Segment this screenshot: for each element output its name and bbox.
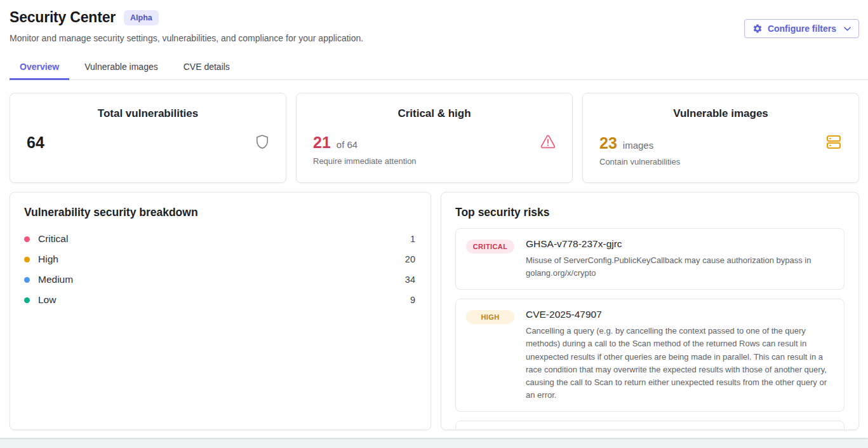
stat-card-vulnerable-images: Vulnerable images 23 images Contain vuln… xyxy=(582,93,859,183)
stat-card-title: Vulnerable images xyxy=(599,107,842,120)
breakdown-value: 9 xyxy=(410,295,415,305)
configure-filters-label: Configure filters xyxy=(768,24,836,34)
breakdown-row-high: High 20 xyxy=(24,249,415,269)
security-center-page: Security Center Alpha Configure filters … xyxy=(0,0,868,438)
vulnerability-breakdown-panel: Vulnerability security breakdown Critica… xyxy=(10,192,431,430)
critical-high-value: 21 xyxy=(313,133,331,152)
low-dot-icon xyxy=(24,297,30,303)
configure-filters-button[interactable]: Configure filters xyxy=(744,19,859,38)
risks-panel-title: Top security risks xyxy=(455,206,845,219)
breakdown-label: Critical xyxy=(38,233,410,245)
risk-item-cve-2025-47907[interactable]: HIGH CVE-2025-47907 Cancelling a query (… xyxy=(455,299,845,412)
risk-description: Cancelling a query (e.g. by cancelling t… xyxy=(526,325,834,402)
page-title: Security Center xyxy=(10,9,116,26)
risk-item-ghsa-v778[interactable]: CRITICAL GHSA-v778-237x-gjrc Misuse of S… xyxy=(455,228,845,290)
breakdown-row-low: Low 9 xyxy=(24,290,415,310)
stat-subtext: Contain vulnerabilities xyxy=(599,157,842,166)
severity-badge-critical: CRITICAL xyxy=(466,240,514,254)
header: Security Center Alpha xyxy=(10,9,859,26)
critical-dot-icon xyxy=(24,236,30,242)
tab-overview[interactable]: Overview xyxy=(10,56,69,80)
server-stack-icon xyxy=(825,133,842,153)
medium-dot-icon xyxy=(24,277,30,283)
stat-card-total-vulnerabilities: Total vulnerabilities 64 xyxy=(10,93,286,183)
alpha-badge: Alpha xyxy=(124,10,159,25)
stat-suffix: images xyxy=(623,140,653,151)
warning-triangle-icon xyxy=(540,135,556,151)
breakdown-panel-title: Vulnerability security breakdown xyxy=(24,206,417,219)
shield-icon xyxy=(255,134,269,152)
risk-id: GHSA-v778-237x-gjrc xyxy=(526,238,834,250)
panels-row: Vulnerability security breakdown Critica… xyxy=(10,192,859,430)
page-subtitle: Monitor and manage security settings, vu… xyxy=(10,33,859,43)
stat-suffix: of 64 xyxy=(337,139,357,150)
breakdown-list: Critical 1 High 20 Medium 34 Low 9 xyxy=(24,229,417,310)
breakdown-row-critical: Critical 1 xyxy=(24,229,415,249)
vulnerable-images-value: 23 xyxy=(599,134,617,153)
breakdown-label: Low xyxy=(38,294,410,306)
breakdown-row-medium: Medium 34 xyxy=(24,269,415,290)
stat-subtext: Require immediate attention xyxy=(313,156,556,166)
severity-badge-high: HIGH xyxy=(466,310,514,324)
breakdown-label: Medium xyxy=(38,274,405,285)
tab-cve-details[interactable]: CVE details xyxy=(173,56,240,80)
stat-card-title: Critical & high xyxy=(313,107,556,120)
high-dot-icon xyxy=(24,257,30,262)
tab-vulnerable-images[interactable]: Vulnerable images xyxy=(74,56,168,80)
breakdown-value: 1 xyxy=(410,234,415,244)
breakdown-value: 20 xyxy=(405,254,415,264)
chevron-down-icon xyxy=(844,27,851,31)
tab-bar: Overview Vulnerable images CVE details xyxy=(10,56,868,80)
breakdown-value: 34 xyxy=(405,275,415,285)
risk-description: Misuse of ServerConfig.PublicKeyCallback… xyxy=(526,254,834,280)
breakdown-label: High xyxy=(38,254,405,265)
risk-list: CRITICAL GHSA-v778-237x-gjrc Misuse of S… xyxy=(455,228,845,430)
stat-cards-row: Total vulnerabilities 64 Critical & high… xyxy=(10,93,859,183)
stat-card-critical-high: Critical & high 21 of 64 Require immedia… xyxy=(296,93,573,183)
risk-id: CVE-2025-47907 xyxy=(526,309,834,320)
gear-icon xyxy=(752,24,763,34)
total-vulnerabilities-value: 64 xyxy=(27,133,44,152)
stat-card-title: Total vulnerabilities xyxy=(27,107,269,120)
risk-item-cve-2025-9086[interactable]: HIGH CVE-2025-9086 xyxy=(455,421,845,430)
top-security-risks-panel: Top security risks CRITICAL GHSA-v778-23… xyxy=(441,192,859,430)
